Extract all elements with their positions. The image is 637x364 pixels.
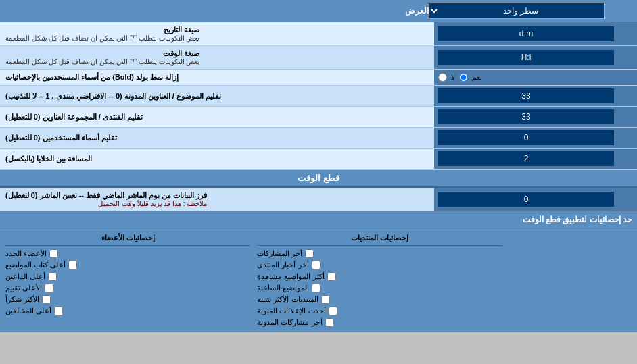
label-last-news: أخر أخبار المنتدى — [257, 261, 308, 269]
input-cell-spacing — [434, 149, 637, 169]
forum-stats-header: إحصائيات المنتديات — [257, 232, 502, 246]
checkbox-item-top-violators: أعلى المخالفين — [5, 305, 250, 317]
checkbox-new-members[interactable] — [49, 249, 58, 258]
input-cell-trim-forum — [434, 107, 637, 127]
checkbox-last-news[interactable] — [312, 261, 321, 269]
section-header-cutoff: قطع الوقت — [0, 170, 637, 188]
label-most-thanked: الأكثر شكراً — [5, 295, 39, 304]
label-bold-remove: إزالة نمط بولد (Bold) من أسماء المستخدمي… — [0, 70, 434, 85]
radio-label-no: لا — [451, 73, 455, 82]
checkbox-blog-posts[interactable] — [325, 318, 334, 327]
label-time-format: صيغة الوقت بعض التكوينات يتطلب "/" التي … — [0, 46, 434, 69]
cell-spacing-input[interactable] — [438, 151, 614, 166]
checkbox-item-similar-forums: المنتديات الأكثر شبية — [257, 294, 502, 305]
limit-label: حد إحصائيات لتطبيق قطع الوقت — [5, 215, 632, 224]
label-last-posts: أخر المشاركات — [257, 249, 302, 258]
checkbox-most-viewed[interactable] — [327, 272, 336, 281]
label-date-format: صيغة التاريخ بعض التكوينات يتطلب "/" الت… — [0, 22, 434, 45]
checkbox-top-inviters[interactable] — [48, 272, 57, 281]
checkbox-item-top-inviters: أعلى الداعين — [5, 271, 250, 282]
input-cell-cutoff — [434, 188, 637, 211]
label-hot-topics: المواضيع الساخنة — [257, 284, 309, 292]
row-time-format: صيغة الوقت بعض التكوينات يتطلب "/" التي … — [0, 46, 637, 70]
checkbox-last-posts[interactable] — [305, 249, 314, 258]
cutoff-input[interactable] — [438, 192, 614, 207]
label-cell-spacing: المسافة بين الخلايا (بالبكسل) — [0, 149, 434, 169]
member-stats-header: إحصائيات الأعضاء — [5, 232, 250, 246]
checkbox-item-top-rated: الأعلى تقييم — [5, 282, 250, 294]
checkbox-item-blog-posts: أخر مشاركات المدونة — [257, 317, 502, 328]
label-trim-forum: تقليم الفنتدى / المجموعة العناوين (0 للت… — [0, 107, 434, 127]
checkbox-top-rated[interactable] — [45, 284, 53, 292]
input-cell-bold: نعم لا — [434, 70, 637, 85]
label-similar-forums: المنتديات الأكثر شبية — [257, 295, 318, 304]
radio-group-bold: نعم لا — [438, 73, 482, 82]
row-display: العرض سطر واحد سطرين ثلاثة أسطر — [0, 0, 637, 22]
checkbox-top-writers[interactable] — [68, 261, 77, 269]
trim-forum-input[interactable] — [438, 109, 614, 124]
time-format-input[interactable] — [438, 50, 614, 65]
radio-yes[interactable] — [459, 73, 468, 82]
row-bold-remove: إزالة نمط بولد (Bold) من أسماء المستخدمي… — [0, 70, 637, 86]
row-trim-users: تقليم أسماء المستخدمين (0 للتعطيل) — [0, 128, 637, 149]
checkbox-item-top-writers: أعلى كتاب المواضيع — [5, 259, 250, 271]
limit-row: حد إحصائيات لتطبيق قطع الوقت — [0, 211, 637, 228]
label-most-viewed: أكثر المواضيع مشاهدة — [257, 272, 324, 281]
label-latest-classifieds: أحدث الإعلانات المبوبة — [257, 307, 325, 315]
label-top-inviters: أعلى الداعين — [5, 272, 45, 281]
checkbox-top-violators[interactable] — [54, 307, 63, 315]
label-new-members: الأعضاء الجدد — [5, 249, 47, 258]
label-blog-posts: أخر مشاركات المدونة — [257, 318, 322, 327]
input-cell-date — [434, 22, 637, 45]
checkbox-hot-topics[interactable] — [312, 284, 321, 292]
row-cutoff: فرز البيانات من يوم الماشر الماضي فقط --… — [0, 188, 637, 211]
checkboxes-container: إحصائيات المنتديات أخر المشاركات أخر أخب… — [0, 228, 637, 332]
checkbox-item-hot-topics: المواضيع الساخنة — [257, 282, 502, 294]
checkbox-item-last-posts: أخر المشاركات — [257, 248, 502, 259]
row-cell-spacing: المسافة بين الخلايا (بالبكسل) — [0, 149, 637, 170]
label-trim-users: تقليم أسماء المستخدمين (0 للتعطيل) — [0, 128, 434, 148]
checkbox-item-latest-classifieds: أحدث الإعلانات المبوبة — [257, 305, 502, 317]
input-cell-trim-users — [434, 128, 637, 148]
checkbox-item-new-members: الأعضاء الجدد — [5, 248, 250, 259]
checkbox-item-last-news: أخر أخبار المنتدى — [257, 259, 502, 271]
input-cell-trim-topics — [434, 86, 637, 106]
checkbox-col-forum-stats: إحصائيات المنتديات أخر المشاركات أخر أخب… — [254, 231, 504, 330]
display-dropdown[interactable]: سطر واحد سطرين ثلاثة أسطر — [429, 3, 605, 19]
row-trim-forum: تقليم الفنتدى / المجموعة العناوين (0 للت… — [0, 107, 637, 128]
date-format-input[interactable] — [438, 26, 614, 41]
label-top-rated: الأعلى تقييم — [5, 284, 42, 292]
input-cell-time — [434, 46, 637, 69]
row-date-format: صيغة التاريخ بعض التكوينات يتطلب "/" الت… — [0, 22, 637, 46]
label-top-writers: أعلى كتاب المواضيع — [5, 261, 66, 269]
checkbox-col-member-stats: إحصائيات الأعضاء الأعضاء الجدد أعلى كتاب… — [3, 231, 253, 330]
main-container: العرض سطر واحد سطرين ثلاثة أسطر صيغة الت… — [0, 0, 637, 332]
label-top-violators: أعلى المخالفين — [5, 307, 51, 315]
label-display: العرض — [5, 6, 429, 16]
trim-topics-input[interactable] — [438, 88, 614, 103]
label-trim-topics: تقليم الموضوع / العناوين المدونة (0 -- ا… — [0, 86, 434, 106]
checkbox-most-thanked[interactable] — [42, 295, 51, 304]
label-cutoff: فرز البيانات من يوم الماشر الماضي فقط --… — [0, 188, 434, 211]
checkbox-latest-classifieds[interactable] — [329, 307, 337, 315]
checkbox-item-most-viewed: أكثر المواضيع مشاهدة — [257, 271, 502, 282]
row-trim-topics: تقليم الموضوع / العناوين المدونة (0 -- ا… — [0, 86, 637, 107]
checkbox-similar-forums[interactable] — [321, 295, 330, 304]
input-cell-display: سطر واحد سطرين ثلاثة أسطر — [429, 3, 632, 19]
checkbox-item-most-thanked: الأكثر شكراً — [5, 294, 250, 305]
trim-users-input[interactable] — [438, 130, 614, 145]
radio-no[interactable] — [438, 73, 447, 82]
checkbox-col-empty — [506, 231, 634, 330]
radio-label-yes: نعم — [472, 73, 482, 82]
